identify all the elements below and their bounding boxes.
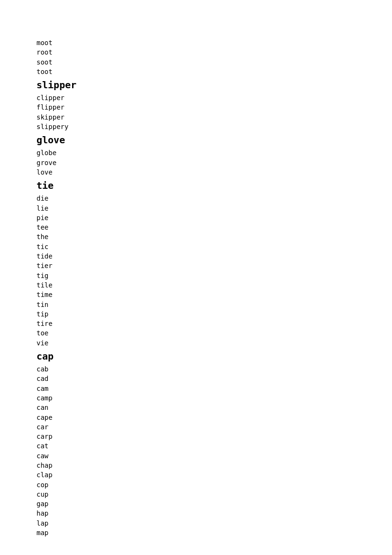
list-item: cad [36, 374, 356, 383]
list-item: moot [36, 38, 356, 47]
list-item: can [36, 403, 356, 412]
list-item: carp [36, 432, 356, 441]
list-item: cab [36, 364, 356, 374]
list-item: tip [36, 309, 356, 319]
list-item: clap [36, 470, 356, 480]
list-item: tide [36, 251, 356, 261]
list-item: tig [36, 271, 356, 280]
list-item: the [36, 232, 356, 241]
list-item: cup [36, 490, 356, 499]
list-item: love [36, 167, 356, 177]
list-item: car [36, 422, 356, 432]
list-item: tee [36, 222, 356, 232]
list-item: tier [36, 261, 356, 270]
list-item: cam [36, 384, 356, 393]
list-item: map [36, 528, 356, 537]
list-item: cop [36, 480, 356, 490]
list-item: slippery [36, 122, 356, 131]
list-item: globe [36, 148, 356, 157]
list-item: toot [36, 67, 356, 76]
list-item: die [36, 194, 356, 203]
list-item: clipper [36, 93, 356, 102]
section-header: glove [36, 133, 356, 147]
list-item: soot [36, 57, 356, 67]
list-item: chap [36, 461, 356, 470]
list-item: skipper [36, 112, 356, 122]
section-header: tie [36, 179, 356, 193]
list-item: pie [36, 213, 356, 222]
list-item: vie [36, 338, 356, 348]
section-header: cap [36, 350, 356, 363]
word-list: mootrootsoottootslipperclipperflipperski… [36, 38, 356, 537]
list-item: time [36, 290, 356, 299]
list-item: tic [36, 242, 356, 251]
list-item: hap [36, 509, 356, 518]
list-item: camp [36, 393, 356, 403]
list-item: toe [36, 328, 356, 338]
list-item: root [36, 47, 356, 57]
list-item: flipper [36, 102, 356, 112]
section-header: slipper [36, 78, 356, 92]
list-item: tile [36, 280, 356, 290]
list-item: lap [36, 518, 356, 528]
list-item: lie [36, 204, 356, 213]
list-item: grove [36, 158, 356, 167]
list-item: gap [36, 499, 356, 509]
list-item: cat [36, 441, 356, 451]
list-item: tin [36, 300, 356, 309]
list-item: caw [36, 451, 356, 461]
list-item: tire [36, 319, 356, 328]
list-item: cape [36, 413, 356, 422]
